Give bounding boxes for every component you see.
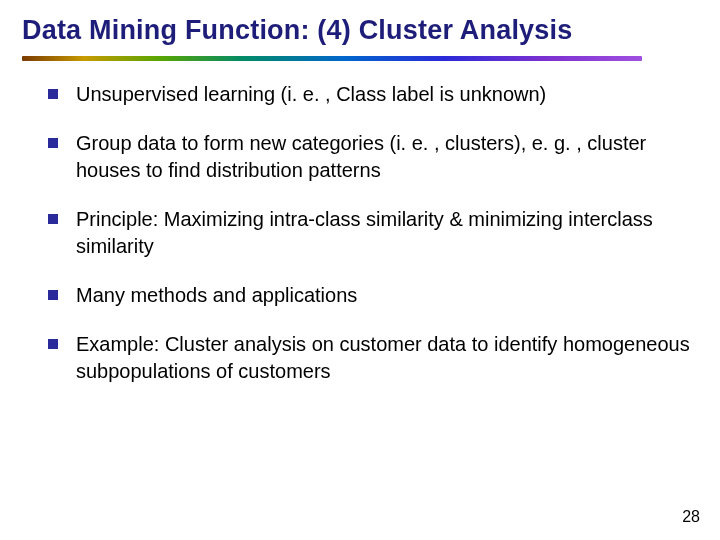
square-bullet-icon: [48, 339, 58, 349]
bullet-text: Example: Cluster analysis on customer da…: [76, 333, 690, 382]
bullet-text: Unsupervised learning (i. e. , Class lab…: [76, 83, 546, 105]
bullet-text: Group data to form new categories (i. e.…: [76, 132, 646, 181]
list-item: Many methods and applications: [48, 282, 698, 309]
list-item: Principle: Maximizing intra-class simila…: [48, 206, 698, 260]
bullet-text: Many methods and applications: [76, 284, 357, 306]
square-bullet-icon: [48, 290, 58, 300]
list-item: Example: Cluster analysis on customer da…: [48, 331, 698, 385]
square-bullet-icon: [48, 138, 58, 148]
square-bullet-icon: [48, 89, 58, 99]
slide: Data Mining Function: (4) Cluster Analys…: [0, 0, 720, 540]
square-bullet-icon: [48, 214, 58, 224]
list-item: Unsupervised learning (i. e. , Class lab…: [48, 81, 698, 108]
list-item: Group data to form new categories (i. e.…: [48, 130, 698, 184]
bullet-list: Unsupervised learning (i. e. , Class lab…: [22, 81, 698, 385]
bullet-text: Principle: Maximizing intra-class simila…: [76, 208, 653, 257]
slide-title: Data Mining Function: (4) Cluster Analys…: [22, 14, 698, 46]
page-number: 28: [682, 508, 700, 526]
gradient-rule: [22, 56, 642, 61]
